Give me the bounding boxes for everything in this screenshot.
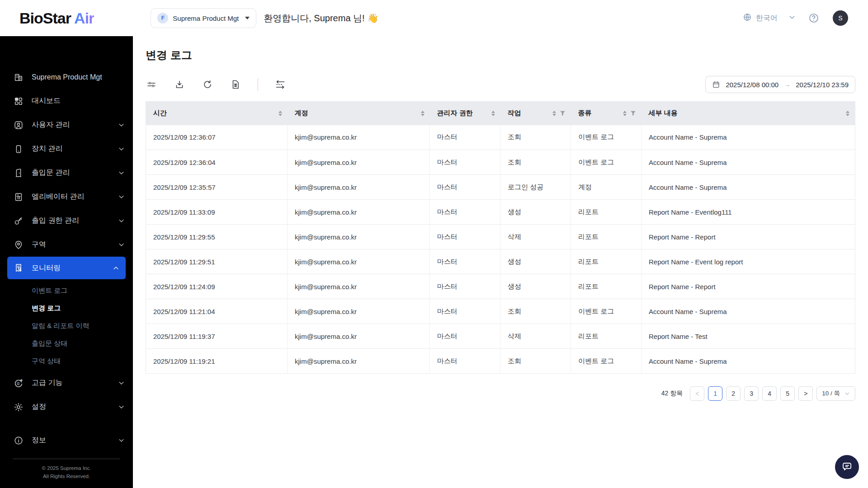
cell-time: 2025/12/09 11:29:51	[146, 249, 288, 274]
cell-type: 리포트	[571, 324, 642, 349]
sidebar-item-dashboard[interactable]: 대시보드	[0, 89, 133, 113]
chevron-down-icon	[118, 241, 125, 248]
table-row[interactable]: 2025/12/09 11:33:09 kjim@suprema.co.kr 마…	[146, 200, 855, 225]
sort-icon[interactable]	[421, 111, 425, 116]
sidebar-item-zones[interactable]: 구역	[0, 233, 133, 257]
next-page-button[interactable]: >	[798, 386, 813, 401]
sidebar-item-door-status[interactable]: 출입문 상태	[0, 335, 133, 352]
info-icon	[14, 436, 24, 446]
page-button-3[interactable]: 3	[744, 386, 759, 401]
table-row[interactable]: 2025/12/09 11:19:37 kjim@suprema.co.kr 마…	[146, 324, 855, 349]
report-document-button[interactable]	[230, 79, 241, 90]
sidebar-item-suprema-product-mgt[interactable]: Suprema Product Mgt	[0, 65, 133, 89]
refresh-button[interactable]	[202, 79, 213, 90]
chevron-down-icon	[118, 193, 125, 200]
sidebar-item-elevator-management[interactable]: 엘리베이터 관리	[0, 185, 133, 209]
organization-selector[interactable]: F Suprema Product Mgt	[151, 8, 256, 28]
column-header-type[interactable]: 종류	[571, 102, 642, 125]
cell-admin-role: 마스터	[430, 125, 500, 150]
monitoring-submenu: 이벤트 로그 변경 로그 알림 & 리포트 이력 출입문 상태 구역 상태	[0, 279, 133, 371]
sort-icon[interactable]	[846, 111, 849, 116]
table-row[interactable]: 2025/12/09 11:21:04 kjim@suprema.co.kr 마…	[146, 299, 855, 324]
sidebar-item-settings[interactable]: 설정	[0, 395, 133, 419]
date-range-end[interactable]: 2025/12/10 23:59	[796, 81, 849, 89]
table-row[interactable]: 2025/12/09 11:29:55 kjim@suprema.co.kr 마…	[146, 225, 855, 249]
chat-bubble-icon	[841, 460, 853, 474]
table-row[interactable]: 2025/12/09 12:35:57 kjim@suprema.co.kr 마…	[146, 175, 855, 200]
date-range-start[interactable]: 2025/12/08 00:00	[726, 81, 778, 89]
sidebar-item-user-management[interactable]: 사용자 관리	[0, 113, 133, 137]
cell-details: Account Name - Suprema	[642, 125, 855, 150]
cell-type: 이벤트 로그	[571, 125, 642, 150]
prev-page-button[interactable]: <	[690, 386, 704, 401]
sort-icon[interactable]	[623, 111, 627, 116]
sidebar-item-advanced-features[interactable]: α 고급 기능	[0, 371, 133, 395]
cell-account: kjim@suprema.co.kr	[288, 175, 430, 200]
table-row[interactable]: 2025/12/09 12:36:07 kjim@suprema.co.kr 마…	[146, 125, 855, 150]
column-order-button[interactable]	[274, 79, 286, 90]
user-avatar[interactable]: S	[833, 10, 848, 26]
sidebar-item-change-log[interactable]: 변경 로그	[0, 300, 133, 317]
sidebar-item-zone-status[interactable]: 구역 상태	[0, 352, 133, 370]
sort-icon[interactable]	[491, 111, 495, 116]
table-row[interactable]: 2025/12/09 11:24:09 kjim@suprema.co.kr 마…	[146, 274, 855, 299]
app-window: BioStar Air F Suprema Product Mgt 환영합니다,…	[0, 0, 868, 488]
download-button[interactable]	[174, 79, 185, 90]
sidebar-item-door-management[interactable]: 출입문 관리	[0, 161, 133, 185]
cell-details: Account Name - Suprema	[642, 175, 855, 200]
cell-admin-role: 마스터	[430, 225, 500, 249]
sidebar-item-alert-report-history[interactable]: 알림 & 리포트 이력	[0, 317, 133, 335]
cell-time: 2025/12/09 11:21:04	[146, 299, 288, 324]
chevron-down-icon	[118, 404, 125, 410]
date-range-picker[interactable]: 2025/12/08 00:00 → 2025/12/10 23:59	[705, 76, 855, 93]
sidebar-item-monitoring[interactable]: 모니터링	[7, 257, 126, 279]
cell-admin-role: 마스터	[430, 274, 500, 299]
page-size-select[interactable]: 10 / 쪽	[816, 386, 855, 401]
sidebar-item-info[interactable]: 정보	[0, 428, 133, 452]
chat-support-button[interactable]	[835, 455, 859, 479]
page-button-5[interactable]: 5	[780, 386, 795, 401]
cell-details: Account Name - Suprema	[642, 299, 855, 324]
column-header-admin-role[interactable]: 관리자 권한	[430, 102, 500, 125]
cell-action: 조회	[500, 150, 571, 175]
cell-action: 조회	[500, 299, 571, 324]
filter-funnel-icon[interactable]	[560, 110, 566, 116]
cell-admin-role: 마스터	[430, 175, 500, 200]
chevron-down-icon[interactable]	[788, 14, 796, 23]
globe-icon	[743, 13, 752, 23]
cell-time: 2025/12/09 11:19:37	[146, 324, 288, 349]
cell-action: 조회	[500, 125, 571, 150]
logo-text-air: Air	[71, 9, 94, 27]
sort-icon[interactable]	[552, 111, 556, 116]
help-button[interactable]	[808, 13, 819, 23]
cell-time: 2025/12/09 12:35:57	[146, 175, 288, 200]
column-header-account[interactable]: 계정	[288, 102, 430, 125]
filter-funnel-icon[interactable]	[630, 110, 636, 116]
page-button-2[interactable]: 2	[726, 386, 741, 401]
table-row[interactable]: 2025/12/09 12:36:04 kjim@suprema.co.kr 마…	[146, 150, 855, 175]
cell-time: 2025/12/09 12:36:07	[146, 125, 288, 150]
sidebar-item-event-log[interactable]: 이벤트 로그	[0, 282, 133, 300]
table-row[interactable]: 2025/12/09 11:19:21 kjim@suprema.co.kr 마…	[146, 349, 855, 374]
sidebar-footer: 정보 © 2025 Suprema Inc. All Rights Reserv…	[0, 428, 133, 488]
cell-details: Account Name - Suprema	[642, 349, 855, 374]
column-header-action[interactable]: 작업	[500, 102, 571, 125]
welcome-message: 환영합니다, Suprema 님! 👋	[264, 12, 378, 24]
page-button-4[interactable]: 4	[762, 386, 777, 401]
chevron-down-icon	[118, 169, 125, 176]
language-selector[interactable]: 한국어	[743, 13, 778, 23]
sidebar-item-access-control[interactable]: 출입 권한 관리	[0, 209, 133, 233]
sort-icon[interactable]	[278, 111, 282, 116]
table-row[interactable]: 2025/12/09 11:29:51 kjim@suprema.co.kr 마…	[146, 249, 855, 274]
svg-text:α: α	[17, 380, 19, 385]
column-header-time[interactable]: 시간	[146, 102, 288, 125]
toolbar: 2025/12/08 00:00 → 2025/12/10 23:59	[146, 76, 855, 93]
main-content: 변경 로그 2025/12/08 00:00	[133, 36, 868, 488]
page-button-1[interactable]: 1	[708, 386, 722, 401]
column-header-details[interactable]: 세부 내용	[642, 102, 855, 125]
cell-action: 조회	[500, 349, 571, 374]
cell-account: kjim@suprema.co.kr	[288, 299, 430, 324]
filter-settings-button[interactable]	[146, 79, 157, 90]
sidebar-item-device-management[interactable]: 장치 관리	[0, 137, 133, 161]
door-icon	[14, 168, 24, 178]
